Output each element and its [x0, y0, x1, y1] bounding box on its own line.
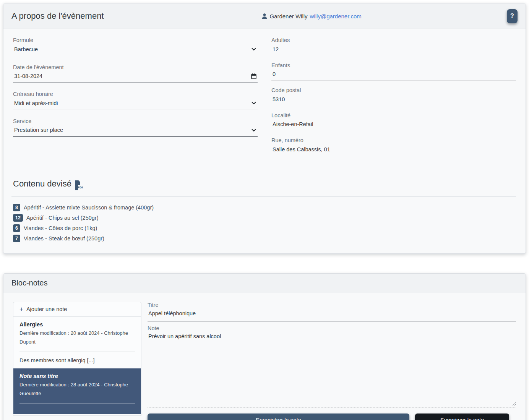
delete-note-button[interactable]: Supprimer la note: [415, 414, 509, 420]
quote-item-label: Viandes - Côtes de porc (1kg): [24, 225, 97, 231]
notes-card: Bloc-notes + Ajouter une note Allergies …: [3, 273, 526, 420]
event-form-left-column: Formule Barbecue Date de l'évènement 31-…: [13, 37, 258, 162]
field-adultes: Adultes 12: [271, 37, 516, 56]
quantity-badge: 8: [13, 204, 20, 211]
field-creneau: Créneau horaire Midi et après-midi: [13, 91, 258, 110]
quote-divider: [11, 196, 516, 197]
field-value: Barbecue: [14, 46, 38, 52]
field-label: Service: [13, 118, 258, 125]
field-value: Aische-en-Refail: [273, 121, 313, 127]
field-label: Formule: [13, 37, 258, 44]
note-list-item-allergies[interactable]: Allergies Dernière modification : 20 aoû…: [13, 317, 141, 368]
pdf-file-icon[interactable]: PDF: [75, 180, 83, 190]
date-input[interactable]: 31-08-2024: [13, 71, 258, 83]
field-label: Date de l'évènement: [13, 64, 258, 71]
field-value: 0: [273, 71, 276, 77]
field-label: Adultes: [271, 37, 516, 44]
quote-item: 7 Viandes - Steak de bœuf (250gr): [13, 235, 516, 242]
event-card-title: A propos de l'évènement: [11, 11, 104, 21]
quote-item-label: Viandes - Steak de bœuf (250gr): [24, 235, 104, 242]
field-label: Code postal: [271, 87, 516, 94]
add-note-label: Ajouter une note: [26, 306, 67, 312]
formule-select[interactable]: Barbecue: [13, 44, 258, 56]
event-form-right-column: Adultes 12 Enfants 0 Code postal 5310 Lo…: [271, 37, 516, 162]
quote-item-label: Apéritif - Chips au sel (250gr): [26, 215, 99, 221]
chevron-down-icon: [251, 128, 256, 133]
field-rue: Rue, numéro Salle des Calbassis, 01: [271, 137, 516, 156]
notes-card-header: Bloc-notes: [3, 274, 526, 293]
field-service: Service Prestation sur place: [13, 118, 258, 137]
help-button[interactable]: ?: [507, 9, 518, 23]
event-card: A propos de l'évènement Gardener Willy w…: [3, 3, 526, 254]
quote-section: Contenu devisé PDF 8 Apéritif - Assiette…: [13, 179, 516, 250]
quantity-badge: 6: [13, 224, 20, 232]
field-value: Prestation sur place: [14, 127, 63, 133]
field-label: Créneau horaire: [13, 91, 258, 98]
quote-list: 8 Apéritif - Assiette mixte Saucisson & …: [13, 204, 516, 250]
code-postal-input[interactable]: 5310: [271, 94, 516, 106]
event-card-header: A propos de l'évènement Gardener Willy w…: [3, 3, 526, 29]
field-value: 5310: [273, 96, 285, 102]
note-item-title: Allergies: [19, 321, 135, 328]
note-editor-buttons: Enregistrer la note Supprimer la note: [148, 414, 516, 420]
customer-name: Gardener Willy: [269, 13, 307, 19]
note-title-input[interactable]: Appel téléphonique: [148, 308, 516, 321]
field-label: Localité: [271, 112, 516, 120]
enfants-input[interactable]: 0: [271, 69, 516, 81]
notes-card-title: Bloc-notes: [11, 279, 48, 287]
field-localite: Localité Aische-en-Refail: [271, 112, 516, 131]
customer-info: Gardener Willy willy@gardener.com: [262, 13, 507, 19]
note-body-value: Prévoir un apéritif sans alcool: [148, 333, 221, 339]
save-note-button[interactable]: Enregistrer la note: [148, 414, 409, 420]
note-title-value: Appel téléphonique: [148, 310, 196, 316]
note-item-preview: [19, 409, 135, 416]
add-note-button[interactable]: + Ajouter une note: [13, 302, 141, 317]
chevron-down-icon: [251, 101, 256, 105]
field-enfants: Enfants 0: [271, 62, 516, 81]
creneau-select[interactable]: Midi et après-midi: [13, 98, 258, 110]
note-editor: Titre Appel téléphonique Note Prévoir un…: [148, 302, 516, 420]
service-select[interactable]: Prestation sur place: [13, 125, 258, 137]
quote-title: Contenu devisé: [13, 179, 71, 189]
field-code-postal: Code postal 5310: [271, 87, 516, 106]
quote-item-label: Apéritif - Assiette mixte Saucisson & fr…: [24, 204, 154, 211]
note-item-meta: Dernière modification : 20 août 2024 - C…: [19, 329, 135, 346]
note-list-item-sans-titre[interactable]: Note sans titre Dernière modification : …: [13, 368, 141, 414]
plus-icon: +: [19, 305, 23, 313]
resize-grip-icon[interactable]: [512, 402, 516, 406]
quote-item: 8 Apéritif - Assiette mixte Saucisson & …: [13, 204, 516, 211]
note-item-preview: Des membres sont allergiq [...]: [19, 357, 135, 368]
event-form: Formule Barbecue Date de l'évènement 31-…: [3, 29, 526, 253]
note-item-divider: [19, 403, 135, 404]
field-value: 12: [273, 46, 279, 52]
field-value: Salle des Calbassis, 01: [273, 146, 330, 152]
field-label: Rue, numéro: [271, 137, 516, 144]
note-body-label: Note: [148, 325, 516, 331]
note-body-textarea[interactable]: Prévoir un apéritif sans alcool: [148, 331, 516, 407]
person-icon: [262, 13, 267, 19]
field-label: Enfants: [271, 62, 516, 70]
adultes-input[interactable]: 12: [271, 44, 516, 56]
svg-text:PDF: PDF: [78, 186, 83, 189]
rue-input[interactable]: Salle des Calbassis, 01: [271, 144, 516, 156]
notes-list: + Ajouter une note Allergies Dernière mo…: [13, 302, 141, 416]
field-value: 31-08-2024: [14, 73, 42, 79]
localite-input[interactable]: Aische-en-Refail: [271, 119, 516, 131]
note-item-title: Note sans titre: [19, 373, 135, 379]
quantity-badge: 7: [13, 235, 20, 242]
field-value: Midi et après-midi: [14, 100, 58, 106]
field-date: Date de l'évènement 31-08-2024: [13, 64, 258, 83]
field-formule: Formule Barbecue: [13, 37, 258, 56]
quote-item: 6 Viandes - Côtes de porc (1kg): [13, 224, 516, 232]
quantity-badge: 12: [13, 214, 23, 222]
customer-email-link[interactable]: willy@gardener.com: [310, 13, 362, 19]
calendar-icon[interactable]: [251, 73, 256, 79]
chevron-down-icon: [251, 47, 256, 52]
quote-item: 12 Apéritif - Chips au sel (250gr): [13, 214, 516, 222]
note-item-meta: Dernière modification : 28 août 2024 - C…: [19, 380, 135, 398]
note-title-label: Titre: [148, 302, 516, 308]
note-item-divider: [19, 352, 135, 352]
